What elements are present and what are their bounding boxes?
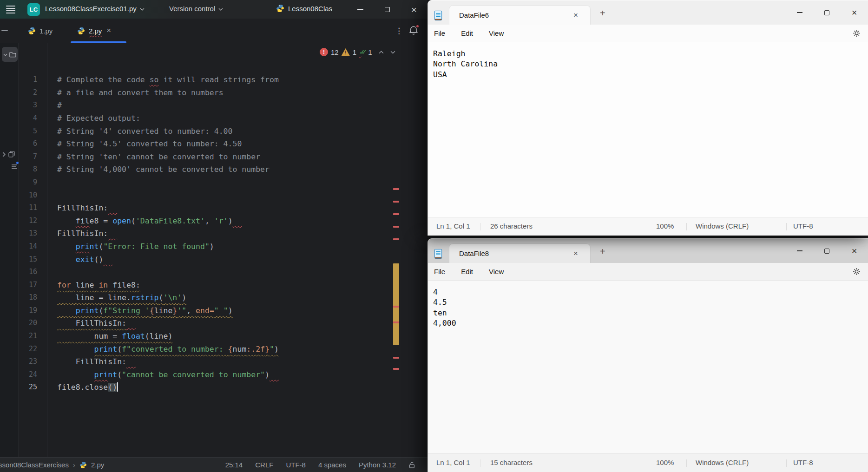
ok-count: 1 bbox=[368, 48, 372, 56]
file-encoding[interactable]: UTF-8 bbox=[286, 461, 306, 469]
notepad-tab[interactable]: DataFile6 × bbox=[449, 5, 591, 25]
divider bbox=[786, 223, 787, 230]
todo-tool-button[interactable] bbox=[0, 163, 19, 169]
menu-file[interactable]: File bbox=[428, 268, 453, 275]
error-stripe-mark[interactable] bbox=[393, 213, 399, 215]
code-line[interactable]: 21 num = float(line) bbox=[19, 330, 427, 343]
menu-edit[interactable]: Edit bbox=[453, 29, 481, 37]
project-badge[interactable]: LC bbox=[27, 3, 40, 16]
notepad-titlebar[interactable]: DataFile8 × + × bbox=[428, 239, 868, 263]
minimize-button[interactable] bbox=[786, 0, 813, 25]
code-line[interactable]: 8# String '4,000' cannot be converted to… bbox=[19, 163, 427, 176]
menu-edit[interactable]: Edit bbox=[453, 268, 481, 275]
code-line[interactable]: 1# Complete the code so it will read str… bbox=[19, 73, 427, 86]
minimize-button[interactable] bbox=[786, 239, 813, 263]
code-line[interactable]: 9 bbox=[19, 176, 427, 189]
encoding[interactable]: UTF-8 bbox=[793, 459, 813, 466]
tab-close-icon[interactable]: × bbox=[573, 11, 578, 20]
unlock-icon[interactable] bbox=[408, 461, 415, 469]
inspections-widget[interactable]: ! 12 ! 1 ✓✓ 1 bbox=[320, 48, 395, 56]
code-line[interactable]: 16 bbox=[19, 266, 427, 279]
indent-style[interactable]: 4 spaces bbox=[318, 461, 346, 469]
error-stripe-mark[interactable] bbox=[393, 321, 399, 323]
tab-close-icon[interactable]: × bbox=[573, 249, 578, 258]
encoding[interactable]: UTF-8 bbox=[793, 222, 813, 230]
code-line[interactable]: 7# String 'ten' cannot be converted to n… bbox=[19, 151, 427, 164]
menu-view[interactable]: View bbox=[481, 268, 512, 275]
code-line[interactable]: 25file8.close() bbox=[19, 381, 427, 394]
breadcrumb-file[interactable]: 2.py bbox=[91, 461, 104, 469]
error-stripe-mark[interactable] bbox=[393, 306, 399, 308]
error-stripe-mark[interactable] bbox=[393, 226, 399, 228]
code-line[interactable]: 18 line = line.rstrip('\n') bbox=[19, 291, 427, 304]
menu-view[interactable]: View bbox=[481, 29, 512, 37]
notepad-titlebar[interactable]: DataFile6 × + × bbox=[428, 0, 868, 25]
settings-gear-icon[interactable] bbox=[853, 268, 861, 277]
error-stripe-mark[interactable] bbox=[393, 188, 399, 190]
notepad-tab[interactable]: DataFile8 × bbox=[449, 243, 591, 263]
text-line: USA bbox=[433, 70, 868, 80]
code-editor[interactable]: 1# Complete the code so it will read str… bbox=[19, 43, 427, 457]
line-ending[interactable]: Windows (CRLF) bbox=[696, 459, 749, 466]
error-stripe-mark[interactable] bbox=[393, 238, 399, 240]
line-number: 10 bbox=[19, 189, 37, 202]
warning-stripe-mark[interactable] bbox=[393, 263, 399, 345]
project-file-selector[interactable]: Lesson08ClassExercise01.py bbox=[45, 5, 145, 13]
code-line[interactable]: 6# String '4.5' converted to number: 4.5… bbox=[19, 138, 427, 151]
code-line[interactable]: 17for line in file8: bbox=[19, 279, 427, 292]
prev-problem-icon[interactable] bbox=[379, 51, 384, 54]
code-line[interactable]: 15 exit() bbox=[19, 253, 427, 266]
zoom-level[interactable]: 100% bbox=[656, 222, 674, 230]
caret-position[interactable]: 25:14 bbox=[225, 461, 243, 469]
text-area[interactable]: RaleighNorth CarolinaUSA bbox=[428, 42, 868, 217]
menu-file[interactable]: File bbox=[428, 29, 453, 37]
error-stripe-mark[interactable] bbox=[393, 357, 399, 359]
error-stripe-mark[interactable] bbox=[393, 201, 399, 203]
line-ending[interactable]: Windows (CRLF) bbox=[696, 222, 749, 230]
code-line[interactable]: 11FillThisIn: bbox=[19, 202, 427, 215]
code-line[interactable]: 20 FillThisIn: bbox=[19, 317, 427, 330]
maximize-button[interactable] bbox=[813, 239, 841, 263]
code-line[interactable]: 2# a file and convert them to numbers bbox=[19, 86, 427, 99]
run-config-selector[interactable]: Lesson08Clas bbox=[276, 4, 332, 13]
code-line[interactable]: 10 bbox=[19, 189, 427, 202]
zoom-level[interactable]: 100% bbox=[656, 459, 674, 466]
error-stripe[interactable] bbox=[393, 0, 400, 472]
tab-1py[interactable]: 1.py bbox=[22, 19, 61, 43]
error-stripe-mark[interactable] bbox=[393, 368, 399, 370]
close-button[interactable]: × bbox=[401, 0, 427, 19]
maximize-button[interactable] bbox=[813, 0, 841, 25]
new-tab-button[interactable]: + bbox=[600, 246, 605, 257]
error-icon: ! bbox=[320, 48, 328, 56]
tool-row[interactable] bbox=[0, 151, 19, 157]
code-line[interactable]: 4# Expected output: bbox=[19, 112, 427, 125]
code-line[interactable]: 22 print(f"converted to number: {num:.2f… bbox=[19, 343, 427, 356]
code-line[interactable]: 12 file8 = open('DataFile8.txt', 'r') bbox=[19, 215, 427, 228]
code-line[interactable]: 24 print("cannot be converted to number"… bbox=[19, 368, 427, 381]
settings-gear-icon[interactable] bbox=[853, 29, 861, 39]
stripe-collapse-icon[interactable] bbox=[1, 30, 8, 31]
project-tool-button[interactable] bbox=[2, 47, 18, 62]
main-menu-icon[interactable] bbox=[6, 4, 15, 14]
code-line[interactable]: 19 print(f"String '{line}'", end=" ") bbox=[19, 304, 427, 317]
code-line[interactable]: 13FillThisIn: bbox=[19, 227, 427, 240]
code-line[interactable]: 14 print("Error: File not found") bbox=[19, 240, 427, 253]
code-line[interactable]: 3# bbox=[19, 99, 427, 112]
tab-2py-active[interactable]: 2.py × bbox=[71, 19, 126, 43]
breadcrumb-folder[interactable]: sson08ClassExercises bbox=[0, 461, 69, 469]
notifications-bell-icon[interactable] bbox=[408, 25, 419, 36]
tab-close-icon[interactable]: × bbox=[106, 26, 111, 35]
vcs-selector[interactable]: Version control bbox=[169, 5, 223, 13]
code-line[interactable]: 23 FillThisIn: bbox=[19, 355, 427, 368]
breadcrumb[interactable]: sson08ClassExercises › 2.py bbox=[0, 461, 104, 469]
interpreter[interactable]: Python 3.12 bbox=[359, 461, 396, 469]
minimize-button[interactable] bbox=[347, 0, 374, 19]
close-button[interactable]: × bbox=[841, 0, 868, 25]
warning-count: 1 bbox=[353, 48, 356, 56]
line-separator[interactable]: CRLF bbox=[255, 461, 273, 469]
new-tab-button[interactable]: + bbox=[600, 8, 605, 19]
close-button[interactable]: × bbox=[841, 239, 868, 263]
code-line[interactable]: 5# String '4' converted to number: 4.00 bbox=[19, 125, 427, 138]
divider bbox=[686, 223, 687, 230]
text-area[interactable]: 44.5ten4,000 bbox=[428, 281, 868, 453]
